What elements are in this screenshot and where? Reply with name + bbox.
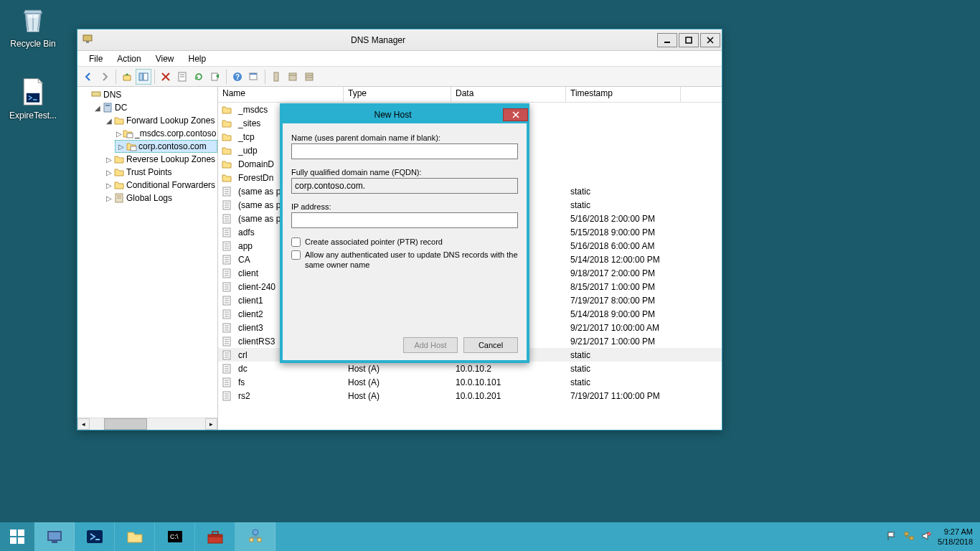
svg-rect-11 [212, 73, 217, 80]
task-powershell[interactable] [75, 522, 115, 551]
svg-rect-96 [10, 537, 17, 544]
tree-flz[interactable]: ◢Forward Lookup Zones [103, 114, 217, 127]
scroll-thumb[interactable] [104, 418, 147, 430]
task-toolbox[interactable] [195, 522, 235, 551]
name-input[interactable] [291, 143, 518, 159]
maximize-button[interactable] [679, 33, 699, 47]
expiretest-script[interactable]: ExpireTest... [6, 75, 60, 121]
list-header: Name Type Data Timestamp [218, 87, 722, 103]
forward-button[interactable] [97, 69, 113, 85]
filter-2-button[interactable] [285, 69, 301, 85]
cell-timestamp: 8/15/2017 1:00:00 PM [566, 282, 681, 292]
minimize-button[interactable] [657, 33, 677, 47]
col-name[interactable]: Name [218, 87, 344, 102]
window-title: DNS Manager [99, 35, 657, 45]
cell-timestamp: 7/19/2017 11:00:00 PM [566, 391, 681, 401]
close-button[interactable] [700, 33, 720, 47]
tree-corp-contoso[interactable]: ▷corp.contoso.com [115, 140, 217, 153]
titlebar[interactable]: DNS Manager [77, 29, 722, 51]
cell-timestamp: 5/16/2018 2:00:00 PM [566, 214, 681, 224]
tree-cf[interactable]: ▷Conditional Forwarders [103, 179, 217, 192]
svg-rect-94 [10, 529, 17, 536]
cell-timestamp: static [566, 364, 681, 374]
tree-tp[interactable]: ▷Trust Points [103, 166, 217, 179]
svg-rect-95 [18, 529, 24, 536]
zone-icon [122, 128, 133, 139]
clock[interactable]: 9:27 AM 5/18/2018 [938, 527, 973, 547]
list-row[interactable]: rs2Host (A)10.0.10.2017/19/2017 11:00:00… [218, 389, 722, 402]
menu-file[interactable]: File [82, 52, 110, 65]
refresh-button[interactable] [191, 69, 207, 85]
start-button[interactable] [0, 522, 34, 551]
cell-data: 10.0.10.2 [451, 364, 566, 374]
svg-rect-2 [83, 35, 92, 41]
list-row[interactable]: fsHost (A)10.0.10.101static [218, 375, 722, 389]
help-button[interactable]: ? [230, 69, 245, 85]
filter-1-button[interactable] [268, 69, 284, 85]
task-server-manager[interactable] [34, 522, 75, 551]
folder-icon [221, 118, 232, 129]
new-window-button[interactable] [246, 69, 262, 85]
task-dns-manager[interactable] [235, 522, 275, 551]
col-data[interactable]: Data [451, 87, 566, 102]
show-hide-button[interactable] [136, 69, 151, 85]
allow-label: Allow any authenticated user to update D… [305, 250, 518, 270]
list-row[interactable]: dcHost (A)10.0.10.2static [218, 362, 722, 375]
menu-help[interactable]: Help [182, 52, 214, 65]
cancel-button[interactable]: Cancel [463, 337, 518, 353]
menu-view[interactable]: View [149, 52, 182, 65]
cell-data: 10.0.10.201 [451, 391, 566, 401]
network-icon[interactable] [903, 530, 915, 543]
tree-msdcs[interactable]: ▷_msdcs.corp.contoso [115, 127, 217, 140]
tree-dc[interactable]: ◢DC [92, 101, 217, 114]
filter-3-button[interactable] [301, 69, 317, 85]
tree-dns-root[interactable]: DNS [80, 88, 217, 101]
record-icon [221, 349, 232, 361]
col-timestamp[interactable]: Timestamp [566, 87, 681, 102]
tree-panel[interactable]: DNS ◢DC ◢Forward Lookup Zones ▷_msdcs.co… [77, 87, 218, 430]
svg-rect-17 [289, 73, 296, 80]
menu-action[interactable]: Action [110, 52, 148, 65]
system-tray[interactable]: 9:27 AM 5/18/2018 [879, 522, 980, 551]
tree-rlz[interactable]: ▷Reverse Lookup Zones [103, 153, 217, 166]
ip-input[interactable] [291, 212, 518, 228]
new-host-dialog: New Host Name (uses parent domain name i… [280, 103, 529, 363]
back-button[interactable] [80, 69, 96, 85]
scroll-right-arrow[interactable]: ▸ [205, 418, 217, 430]
zone-icon [126, 141, 137, 152]
record-icon [221, 322, 232, 334]
properties-button[interactable] [174, 69, 190, 85]
ptr-checkbox[interactable] [291, 237, 301, 247]
svg-point-107 [253, 529, 258, 535]
svg-rect-99 [49, 532, 60, 540]
up-button[interactable] [119, 69, 135, 85]
dialog-titlebar[interactable]: New Host [283, 106, 527, 123]
col-type[interactable]: Type [344, 87, 451, 102]
flag-icon[interactable] [886, 530, 897, 543]
allow-checkbox[interactable] [291, 250, 301, 260]
record-icon [221, 227, 232, 238]
expiretest-label: ExpireTest... [6, 110, 60, 121]
svg-rect-7 [143, 73, 148, 80]
recycle-bin[interactable]: Recycle Bin [6, 3, 60, 49]
volume-icon[interactable] [920, 530, 932, 543]
cell-timestamp: 5/14/2018 9:00:00 PM [566, 309, 681, 319]
dialog-close-button[interactable] [503, 108, 528, 121]
cell-name: dc [234, 364, 344, 374]
record-icon [221, 199, 232, 211]
record-icon [221, 281, 232, 293]
svg-rect-15 [250, 73, 257, 75]
task-cmd[interactable]: C:\ [155, 522, 195, 551]
add-host-button[interactable]: Add Host [403, 337, 458, 353]
export-button[interactable] [207, 69, 223, 85]
task-explorer[interactable] [115, 522, 155, 551]
cell-name: rs2 [234, 391, 344, 401]
folder-icon [221, 159, 232, 170]
delete-button[interactable] [158, 69, 174, 85]
svg-rect-1 [27, 93, 39, 103]
cell-type: Host (A) [344, 364, 451, 374]
tree-hscrollbar[interactable]: ◂ ▸ [77, 418, 217, 430]
scroll-left-arrow[interactable]: ◂ [77, 418, 90, 430]
folder-icon [221, 145, 232, 156]
tree-gl[interactable]: ▷Global Logs [103, 192, 217, 204]
